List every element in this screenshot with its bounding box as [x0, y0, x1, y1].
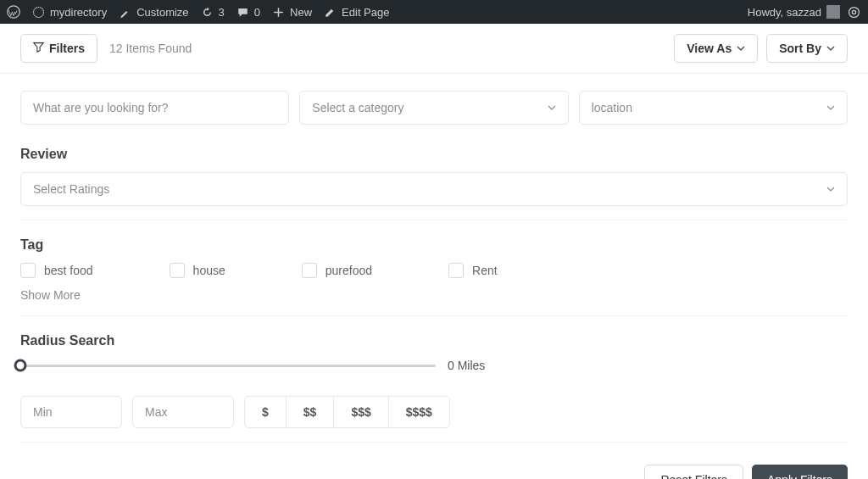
price-row: $ $$ $$$ $$$$	[20, 396, 848, 428]
price-level-3[interactable]: $$$	[334, 397, 388, 427]
filter-icon	[33, 42, 44, 55]
wp-admin-bar: mydirectory Customize 3 0 New	[0, 0, 868, 24]
comment-icon	[236, 6, 249, 19]
avatar	[826, 5, 840, 19]
review-section: Review Select Ratings	[20, 147, 848, 220]
site-name-link[interactable]: mydirectory	[32, 6, 107, 19]
settings-gear-icon[interactable]	[847, 5, 861, 19]
comments-link[interactable]: 0	[236, 6, 260, 19]
radius-value: 0 Miles	[448, 359, 485, 372]
brush-icon	[119, 6, 131, 19]
show-more-link[interactable]: Show More	[20, 288, 81, 302]
pencil-icon	[324, 6, 337, 19]
edit-page-link[interactable]: Edit Page	[324, 6, 389, 19]
price-level-group: $ $$ $$$ $$$$	[244, 396, 450, 428]
tag-checkbox-purefood[interactable]: purefood	[302, 263, 372, 278]
svg-point-2	[849, 7, 860, 17]
sort-by-button[interactable]: Sort By	[766, 34, 848, 63]
chevron-down-icon	[826, 44, 835, 53]
price-min-field[interactable]	[20, 396, 122, 428]
checkbox-icon	[20, 263, 36, 278]
tag-section: Tag best food house purefood Rent Show M…	[20, 237, 848, 316]
radius-title: Radius Search	[20, 333, 848, 348]
tag-checkbox-house[interactable]: house	[170, 263, 225, 278]
price-min-input[interactable]	[33, 405, 109, 419]
items-found-text: 12 Items Found	[109, 42, 192, 55]
checkbox-icon	[448, 263, 464, 278]
refresh-icon	[201, 6, 214, 19]
customize-link[interactable]: Customize	[119, 6, 188, 19]
ratings-select[interactable]: Select Ratings	[20, 172, 848, 206]
plus-icon	[272, 6, 285, 19]
search-query-field[interactable]	[20, 91, 289, 125]
filter-actions: Reset Filters Apply Filters	[20, 460, 848, 479]
price-max-field[interactable]	[132, 396, 234, 428]
new-link[interactable]: New	[272, 6, 312, 19]
price-level-4[interactable]: $$$$	[389, 397, 449, 427]
site-name: mydirectory	[50, 6, 107, 19]
svg-point-1	[34, 7, 44, 17]
svg-point-3	[852, 10, 855, 14]
radius-slider[interactable]	[20, 365, 436, 367]
chevron-down-icon	[548, 103, 556, 112]
tag-title: Tag	[20, 237, 848, 253]
howdy-link[interactable]: Howdy, sazzad	[748, 5, 840, 19]
radius-section: Radius Search 0 Miles $ $$ $$$ $$$$	[20, 333, 848, 443]
chevron-down-icon	[737, 44, 745, 53]
listing-header: Filters 12 Items Found View As Sort By	[0, 24, 868, 74]
slider-handle[interactable]	[14, 359, 27, 372]
reset-filters-button[interactable]: Reset Filters	[644, 465, 743, 479]
price-level-2[interactable]: $$	[287, 397, 335, 427]
search-filters-row: Select a category location	[20, 91, 848, 125]
tag-checkbox-rent[interactable]: Rent	[448, 263, 498, 278]
home-icon	[32, 6, 45, 19]
review-title: Review	[20, 147, 848, 162]
apply-filters-button[interactable]: Apply Filters	[752, 465, 848, 479]
filters-button[interactable]: Filters	[20, 34, 97, 63]
category-select[interactable]: Select a category	[299, 91, 568, 125]
location-select[interactable]: location	[579, 91, 848, 125]
checkbox-icon	[302, 263, 317, 278]
updates-link[interactable]: 3	[201, 6, 225, 19]
slider-track	[20, 365, 436, 367]
chevron-down-icon	[826, 185, 835, 193]
checkbox-icon	[170, 263, 185, 278]
wp-logo-icon[interactable]	[7, 5, 20, 19]
price-level-1[interactable]: $	[245, 397, 287, 427]
search-input[interactable]	[33, 101, 276, 114]
view-as-button[interactable]: View As	[674, 34, 758, 63]
tag-checkbox-bestfood[interactable]: best food	[20, 263, 93, 278]
price-max-input[interactable]	[145, 405, 221, 419]
chevron-down-icon	[826, 103, 835, 112]
